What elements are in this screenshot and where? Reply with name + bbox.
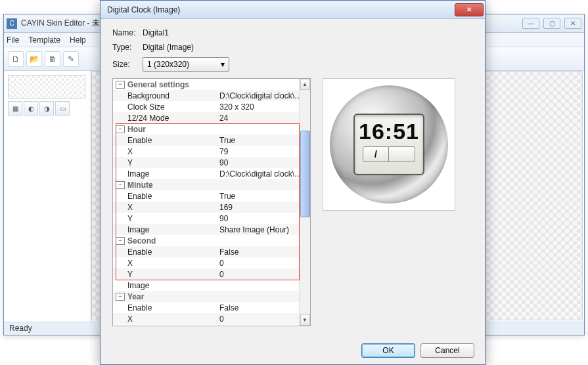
prop-clocksize-key[interactable]: Clock Size — [127, 102, 219, 112]
prop-mode-key[interactable]: 12/24 Mode — [127, 114, 219, 123]
type-value: Digital (Image) — [143, 43, 194, 52]
prop-minute-y-key[interactable]: Y — [127, 214, 219, 223]
cancel-button[interactable]: Cancel — [420, 343, 474, 358]
prop-second-y-key[interactable]: Y — [127, 270, 219, 279]
prop-second-enable-key[interactable]: Enable — [127, 247, 219, 257]
prop-background-key[interactable]: Background — [127, 91, 219, 100]
prop-minute-enable-key[interactable]: Enable — [127, 192, 219, 201]
name-label: Name: — [112, 28, 143, 37]
group-year[interactable]: Year — [127, 292, 219, 301]
prop-clocksize-val[interactable]: 320 x 320 — [219, 102, 310, 112]
prop-hour-x-key[interactable]: X — [127, 147, 219, 156]
prop-minute-image-val[interactable]: Share Image (Hour) — [219, 225, 310, 234]
ok-button[interactable]: OK — [361, 343, 415, 358]
prop-hour-y-val[interactable]: 90 — [219, 158, 310, 167]
minimize-button[interactable]: — — [522, 18, 539, 29]
clock-screen: 16:51 / — [353, 114, 424, 175]
scroll-thumb[interactable] — [300, 131, 310, 217]
prop-year-y-key[interactable]: Y — [127, 326, 219, 327]
clock-sub-2 — [389, 146, 415, 162]
new-button[interactable]: 🗋 — [8, 51, 24, 67]
open-button[interactable]: 📂 — [26, 51, 42, 67]
scroll-down-icon[interactable]: ▼ — [300, 314, 310, 326]
prop-minute-x-val[interactable]: 169 — [219, 203, 310, 212]
panel-btn-2[interactable]: ◐ — [24, 101, 38, 116]
size-select-value: 1 (320x320) — [147, 60, 189, 69]
clock-face: 16:51 / — [330, 85, 448, 204]
group-general[interactable]: General settings — [127, 80, 219, 89]
thumbnail[interactable] — [8, 75, 85, 98]
prop-year-y-val[interactable]: 0 — [219, 326, 310, 327]
clock-time: 16:51 — [359, 120, 419, 142]
file-button[interactable]: 🗎 — [45, 51, 60, 67]
menu-file[interactable]: File — [7, 35, 19, 45]
prop-background-val[interactable]: D:\Clock\digital clock\M... — [219, 91, 310, 100]
dialog-title: Digital Clock (Image) — [107, 5, 455, 14]
prop-second-enable-val[interactable]: False — [219, 247, 310, 257]
prop-hour-enable-val[interactable]: True — [219, 136, 310, 145]
prop-minute-x-key[interactable]: X — [127, 203, 219, 212]
prop-year-x-key[interactable]: X — [127, 314, 219, 324]
maximize-button[interactable]: ▢ — [543, 18, 560, 29]
prop-hour-enable-key[interactable]: Enable — [127, 136, 219, 145]
group-second[interactable]: Second — [127, 236, 219, 246]
size-label: Size: — [112, 60, 143, 69]
left-panel: ▦ ◐ ◑ ▭ — [4, 71, 91, 322]
panel-btn-4[interactable]: ▭ — [55, 101, 70, 116]
size-select[interactable]: 1 (320x320) ▾ — [143, 57, 229, 72]
prop-hour-image-key[interactable]: Image — [127, 169, 219, 179]
dialog-titlebar[interactable]: Digital Clock (Image) ✕ — [101, 1, 485, 19]
prop-minute-enable-val[interactable]: True — [219, 192, 310, 201]
prop-hour-x-val[interactable]: 79 — [219, 147, 310, 156]
prop-hour-y-key[interactable]: Y — [127, 158, 219, 167]
type-label: Type: — [112, 43, 143, 52]
group-hour[interactable]: Hour — [127, 125, 219, 134]
prop-year-enable-val[interactable]: False — [219, 303, 310, 312]
prop-minute-y-val[interactable]: 90 — [219, 214, 310, 223]
collapse-icon[interactable]: − — [116, 125, 125, 133]
chevron-down-icon: ▾ — [221, 60, 225, 69]
clock-preview: 16:51 / — [323, 78, 455, 211]
collapse-icon[interactable]: − — [116, 181, 125, 189]
panel-btn-3[interactable]: ◑ — [39, 101, 54, 116]
name-value: Digital1 — [143, 28, 169, 37]
panel-btn-1[interactable]: ▦ — [8, 101, 22, 116]
collapse-icon[interactable]: − — [116, 237, 125, 245]
scroll-up-icon[interactable]: ▲ — [300, 79, 310, 90]
app-icon: C — [7, 18, 17, 29]
prop-minute-image-key[interactable]: Image — [127, 225, 219, 234]
dialog-close-button[interactable]: ✕ — [455, 3, 484, 16]
prop-second-y-val[interactable]: 0 — [219, 270, 310, 279]
prop-year-enable-key[interactable]: Enable — [127, 303, 219, 312]
collapse-icon[interactable]: − — [116, 293, 125, 301]
prop-mode-val[interactable]: 24 — [219, 114, 310, 123]
close-button[interactable]: ✕ — [564, 18, 581, 29]
properties-panel: −General settings BackgroundD:\Clock\dig… — [112, 78, 311, 326]
edit-button[interactable]: ✎ — [63, 51, 79, 67]
group-minute[interactable]: Minute — [127, 181, 219, 190]
prop-second-x-val[interactable]: 0 — [219, 259, 310, 268]
prop-second-image-key[interactable]: Image — [127, 281, 219, 290]
clock-sub-1: / — [363, 146, 389, 162]
prop-hour-image-val[interactable]: D:\Clock\digital clock\M... — [219, 169, 310, 179]
collapse-icon[interactable]: − — [116, 81, 125, 89]
prop-year-x-val[interactable]: 0 — [219, 314, 310, 324]
menu-template[interactable]: Template — [28, 35, 60, 45]
prop-second-x-key[interactable]: X — [127, 259, 219, 268]
scrollbar[interactable]: ▲ ▼ — [299, 79, 310, 326]
digital-clock-dialog: Digital Clock (Image) ✕ Name: Digital1 T… — [100, 0, 486, 365]
menu-help[interactable]: Help — [70, 35, 86, 45]
